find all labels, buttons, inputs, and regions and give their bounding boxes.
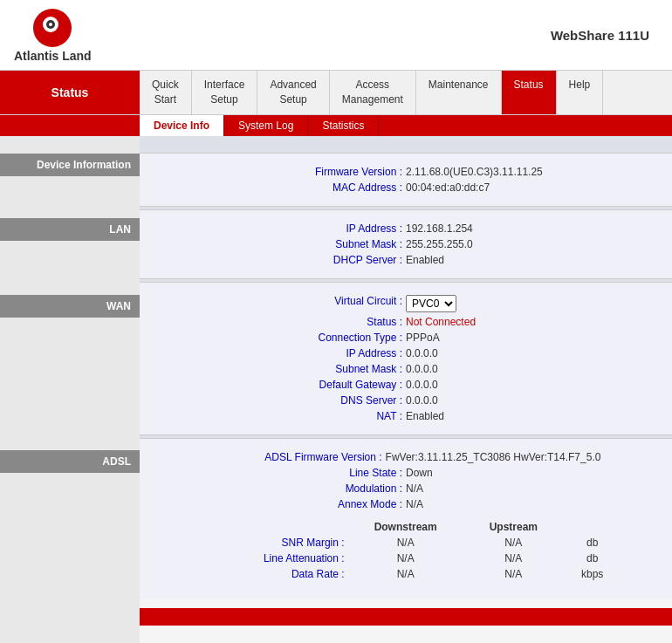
rate-unit: kbps [564,566,621,582]
lan-section: IP Address : 192.168.1.254 Subnet Mask :… [140,210,672,278]
lan-subnet-row: Subnet Mask : 255.255.255.0 [157,238,655,250]
firmware-row: Firmware Version : 2.11.68.0(UE0.C3)3.11… [157,166,655,178]
wan-gateway-row: Default Gateway : 0.0.0.0 [157,379,655,391]
attn-upstream: N/A [463,551,564,566]
wan-vc-row: Virtual Circuit : PVC0 PVC1 PVC2 [157,295,655,312]
lan-subnet-label: Subnet Mask : [231,238,406,250]
wan-dns-value: 0.0.0.0 [406,394,580,407]
nav-maintenance[interactable]: Maintenance [416,71,502,114]
firmware-value: 2.11.68.0(UE0.C3)3.11.11.25 [406,166,580,178]
wan-conntype-label: Connection Type : [231,332,406,344]
wan-dns-label: DNS Server : [231,394,406,407]
wan-gateway-label: Default Gateway : [231,379,406,391]
nav-status[interactable]: Status [502,71,557,114]
current-section-label: Status [0,71,140,114]
mac-row: MAC Address : 00:04:ed:a0:dd:c7 [157,181,655,194]
snr-unit: db [564,535,621,551]
content-area: Device Information LAN WAN ADSL Firmware… [0,136,672,643]
sidebar-wan: WAN [0,295,140,318]
snr-downstream: N/A [348,535,463,551]
wan-subnet-label: Subnet Mask : [231,363,406,375]
wan-section: Virtual Circuit : PVC0 PVC1 PVC2 Status … [140,283,672,434]
lan-ip-row: IP Address : 192.168.1.254 [157,222,655,235]
sidebar-lan: LAN [0,218,140,241]
firmware-label: Firmware Version : [231,166,406,178]
col-upstream: Upstream [463,519,564,535]
wan-dns-row: DNS Server : 0.0.0.0 [157,394,655,407]
attn-downstream: N/A [348,551,463,566]
vc-dropdown[interactable]: PVC0 PVC1 PVC2 [406,295,456,312]
sidebar: Device Information LAN WAN ADSL [0,136,140,643]
logo-area: Atlantis Land [14,7,92,63]
table-row: SNR Margin : N/A N/A db [191,535,621,551]
mac-label: MAC Address : [231,181,406,194]
wan-conntype-row: Connection Type : PPPoA [157,332,655,344]
adsl-modulation-label: Modulation : [231,482,406,495]
product-name: WebShare 111U [551,28,649,43]
wan-gateway-value: 0.0.0.0 [406,379,580,391]
adsl-annex-label: Annex Mode : [231,498,406,510]
adsl-fw-label: ADSL Firmware Version : [211,451,386,463]
sidebar-device-info: Device Information [0,154,140,176]
device-info-section: Firmware Version : 2.11.68.0(UE0.C3)3.11… [140,154,672,206]
svg-point-3 [49,23,52,26]
lan-ip-label: IP Address : [231,222,406,235]
wan-nat-row: NAT : Enabled [157,410,655,422]
lan-ip-value: 192.168.1.254 [406,222,580,235]
nav-interface-setup[interactable]: Interface Setup [192,71,258,114]
nav-help[interactable]: Help [557,71,604,114]
wan-ip-value: 0.0.0.0 [406,347,580,359]
wan-status-label: Status : [231,316,406,328]
nav-advanced-setup[interactable]: Advanced Setup [257,71,329,114]
adsl-linestate-label: Line State : [231,467,406,479]
sub-nav-system-log[interactable]: System Log [224,115,308,136]
wan-conntype-value: PPPoA [406,332,580,344]
adsl-stats-table-container: Downstream Upstream SNR Margin : N/A N/A… [157,519,655,582]
table-row: Data Rate : N/A N/A kbps [191,566,621,582]
brand-name: Atlantis Land [14,49,92,63]
rate-downstream: N/A [348,566,463,582]
sub-nav-device-info[interactable]: Device Info [140,115,224,136]
lan-subnet-value: 255.255.255.0 [406,238,580,250]
mac-value: 00:04:ed:a0:dd:c7 [406,181,580,194]
attn-label: Line Attenuation : [191,551,348,566]
lan-dhcp-value: Enabled [406,254,580,266]
nav-items: Quick Start Interface Setup Advanced Set… [140,71,672,114]
col-downstream: Downstream [348,519,463,535]
table-row: Line Attenuation : N/A N/A db [191,551,621,566]
adsl-linestate-value: Down [406,467,580,479]
wan-ip-row: IP Address : 0.0.0.0 [157,347,655,359]
sub-nav: Device Info System Log Statistics [0,115,672,136]
adsl-fw-value: FwVer:3.11.11.25_TC3086 HwVer:T14.F7_5.0 [386,451,601,463]
main-content: Firmware Version : 2.11.68.0(UE0.C3)3.11… [140,136,672,643]
adsl-fw-row: ADSL Firmware Version : FwVer:3.11.11.25… [157,451,655,463]
adsl-modulation-value: N/A [406,482,580,495]
header: Atlantis Land WebShare 111U [0,0,672,71]
logo-icon [31,7,73,49]
lan-dhcp-row: DHCP Server : Enabled [157,254,655,266]
sub-nav-statistics[interactable]: Statistics [308,115,379,136]
adsl-modulation-row: Modulation : N/A [157,482,655,495]
rate-label: Data Rate : [191,566,348,582]
footer-bar [140,608,672,626]
wan-subnet-value: 0.0.0.0 [406,363,580,375]
sidebar-adsl: ADSL [0,450,140,473]
lan-dhcp-label: DHCP Server : [231,254,406,266]
adsl-stats-table: Downstream Upstream SNR Margin : N/A N/A… [191,519,621,582]
adsl-annex-row: Annex Mode : N/A [157,498,655,510]
adsl-linestate-row: Line State : Down [157,467,655,479]
snr-upstream: N/A [463,535,564,551]
wan-nat-label: NAT : [231,410,406,422]
attn-unit: db [564,551,621,566]
adsl-annex-value: N/A [406,498,580,510]
nav-quick-start[interactable]: Quick Start [140,71,192,114]
snr-label: SNR Margin : [191,535,348,551]
wan-nat-value: Enabled [406,410,580,422]
main-nav: Status Quick Start Interface Setup Advan… [0,71,672,115]
nav-access-management[interactable]: Access Management [330,71,416,114]
rate-upstream: N/A [463,566,564,582]
wan-ip-label: IP Address : [231,347,406,359]
wan-status-row: Status : Not Connected [157,316,655,328]
adsl-section: ADSL Firmware Version : FwVer:3.11.11.25… [140,439,672,599]
wan-vc-label: Virtual Circuit : [231,295,406,312]
